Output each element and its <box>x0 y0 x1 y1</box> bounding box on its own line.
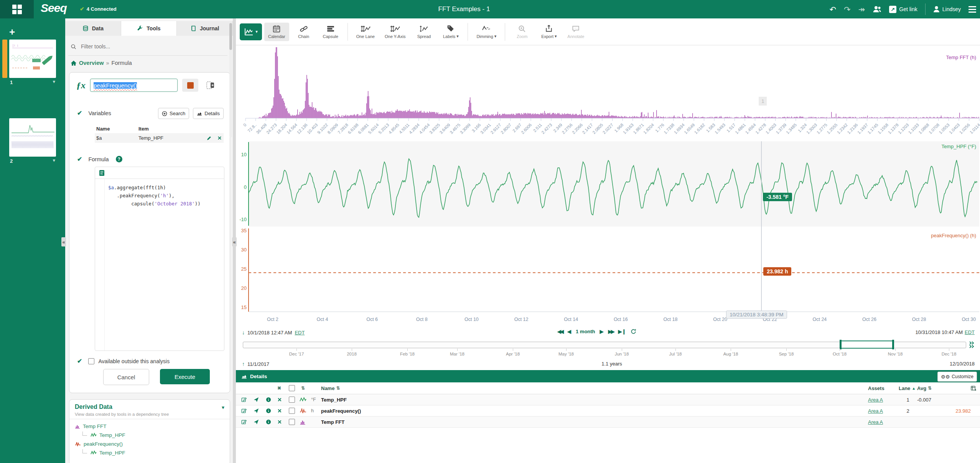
worksheet-2-thumbnail[interactable] <box>9 118 56 157</box>
formula-name-input[interactable]: peakFrequency() <box>90 79 178 92</box>
toolbar-labels-button[interactable]: Labels▾ <box>438 22 463 41</box>
chevron-down-icon[interactable]: ▾ <box>222 404 224 410</box>
dependency-tree-item[interactable]: Temp_HPF <box>75 431 125 440</box>
remove-all-icon[interactable]: ✖ <box>277 385 289 391</box>
app-switcher-button[interactable] <box>0 0 34 18</box>
remove-icon[interactable] <box>277 397 289 402</box>
refresh-icon[interactable] <box>631 329 636 334</box>
hamburger-menu-icon[interactable] <box>968 6 976 13</box>
timezone-link[interactable]: EDT <box>965 329 975 335</box>
details-table-row[interactable]: hpeakFrequency()Area A223.982 <box>236 405 980 417</box>
edit-properties-icon[interactable] <box>241 408 254 413</box>
step-to-end-icon[interactable]: ▶❙ <box>618 329 626 334</box>
step-back-icon[interactable]: ◀ <box>567 329 571 334</box>
step-forward-fast-icon[interactable]: ▶▶ <box>608 329 614 334</box>
worksheet-2[interactable]: 2 ▾ <box>0 118 65 168</box>
collapse-worksheets-handle[interactable]: « <box>61 237 66 246</box>
formula-code[interactable]: $a.aggregate(fft(1h) .peakFrequency('h')… <box>108 184 201 208</box>
col-lane[interactable]: Lane▲ <box>899 385 917 391</box>
tab-tools[interactable]: Tools <box>121 21 177 36</box>
details-table-row[interactable]: Temp FFTArea A <box>236 417 980 428</box>
dependency-tree-item[interactable]: Temp FFT <box>75 422 125 431</box>
sort-icon[interactable]: ⇅ <box>928 385 932 391</box>
edit-properties-icon[interactable] <box>241 419 254 425</box>
scrollbar-thumb[interactable] <box>229 23 232 50</box>
edit-properties-icon[interactable] <box>241 397 254 402</box>
col-assets[interactable]: Assets <box>868 385 899 391</box>
document-icon[interactable] <box>99 170 105 176</box>
info-icon[interactable] <box>266 419 277 425</box>
users-icon[interactable] <box>873 5 881 13</box>
step-forward-icon[interactable]: ▶ <box>600 329 604 334</box>
color-picker-button[interactable] <box>182 79 198 92</box>
dependency-tree-item[interactable]: Temp_HPF <box>75 448 125 457</box>
auto-update-icon[interactable] <box>968 341 976 349</box>
filter-tools-search[interactable] <box>71 41 225 52</box>
toolbar-dimming-button[interactable]: Dimming▾ <box>473 22 500 41</box>
step-back-fast-icon[interactable]: ◀◀ <box>557 329 563 334</box>
breadcrumb-overview-link[interactable]: Overview <box>79 60 104 66</box>
item-name[interactable]: Temp_HPF <box>321 397 868 403</box>
dependency-tree-item[interactable]: peakFrequency() <box>75 440 125 448</box>
col-avg[interactable]: Avg⇅ <box>917 385 944 391</box>
asset-link[interactable]: Area A <box>868 419 883 425</box>
undock-panel-icon[interactable] <box>206 81 215 90</box>
remove-icon[interactable] <box>277 408 289 413</box>
chevron-down-icon[interactable]: ▾ <box>53 79 55 84</box>
lane-label-fft[interactable]: Temp FFT (h) <box>946 55 977 60</box>
get-link-button[interactable]: ↗ Get link <box>889 6 917 13</box>
investigate-start[interactable]: ↑ 11/1/2017 <box>242 361 269 367</box>
lane-label-peakfrequency[interactable]: peakFrequency() (h) <box>931 233 976 238</box>
customize-button[interactable]: ⚙⚙ Customize <box>937 372 977 382</box>
sort-icon[interactable]: ⇅ <box>301 385 305 391</box>
chevron-down-icon[interactable]: ▾ <box>53 157 55 163</box>
info-icon[interactable] <box>266 408 277 413</box>
timeline-selection[interactable] <box>840 341 894 349</box>
trend-chart[interactable]: 072.8..36.40924.27318.20414.56412.13610.… <box>236 45 980 326</box>
redo-icon[interactable]: ↷ <box>844 5 851 13</box>
details-table-row[interactable]: °FTemp_HPFArea A1-0.007 <box>236 394 980 405</box>
autoscale-icon[interactable] <box>254 408 266 413</box>
help-icon[interactable]: ? <box>116 156 122 162</box>
toolbar-capsule-button[interactable]: Capsule <box>318 23 343 41</box>
edit-pencil-icon[interactable] <box>206 136 212 141</box>
range-end[interactable]: 10/31/2018 10:47 AM EDT <box>915 329 975 335</box>
cancel-button[interactable]: Cancel <box>103 369 149 385</box>
range-start[interactable]: ↓ 10/1/2018 12:47 AM EDT <box>242 329 305 336</box>
lane-label-temp-hpf[interactable]: Temp_HPF (°F) <box>942 144 976 149</box>
sort-icon[interactable]: ⇅ <box>336 385 340 391</box>
tab-journal[interactable]: Journal <box>177 21 233 36</box>
undo-icon[interactable]: ↶ <box>829 5 836 13</box>
autoscale-icon[interactable] <box>254 419 266 425</box>
worksheet-1-thumbnail[interactable] <box>9 40 56 78</box>
add-column-icon[interactable] <box>971 385 977 391</box>
home-icon[interactable] <box>71 60 77 66</box>
select-all-checkbox[interactable] <box>289 385 300 391</box>
collapse-tools-handle[interactable]: « <box>232 237 237 246</box>
item-name[interactable]: peakFrequency() <box>321 408 868 414</box>
toolbar-export-button[interactable]: Export▾ <box>537 22 561 41</box>
available-checkbox[interactable] <box>88 358 94 364</box>
tab-data[interactable]: Data <box>65 21 121 36</box>
autoscale-icon[interactable] <box>254 397 266 402</box>
toolbar-one-lane-button[interactable]: One Lane <box>352 23 379 41</box>
add-worksheet-button[interactable]: + <box>9 27 15 37</box>
toolbar-calendar-button[interactable]: Calendar <box>264 23 289 41</box>
item-name[interactable]: Temp FFT <box>321 419 868 425</box>
view-selector-button[interactable]: ▾ <box>240 23 262 40</box>
toolbar-one-y-axis-button[interactable]: One Y-Axis <box>381 23 409 41</box>
worksheet-1[interactable]: 1 ▾ <box>0 40 65 89</box>
variables-details-button[interactable]: Details <box>193 108 224 119</box>
investigate-end[interactable]: 12/10/2018 <box>950 361 975 367</box>
variables-search-button[interactable]: Search <box>158 108 189 119</box>
formula-editor[interactable]: $a.aggregate(fft(1h) .peakFrequency('h')… <box>95 167 224 351</box>
filter-tools-input[interactable] <box>80 43 213 50</box>
remove-icon[interactable] <box>217 136 222 141</box>
connection-status[interactable]: ✔ 4 Connected <box>80 6 117 12</box>
asset-link[interactable]: Area A <box>868 408 883 414</box>
timezone-link[interactable]: EDT <box>295 330 305 336</box>
range-duration-label[interactable]: 1 month <box>576 329 595 334</box>
row-checkbox[interactable] <box>289 397 300 403</box>
toolbar-chain-button[interactable]: Chain <box>292 23 316 41</box>
row-checkbox[interactable] <box>289 408 300 414</box>
